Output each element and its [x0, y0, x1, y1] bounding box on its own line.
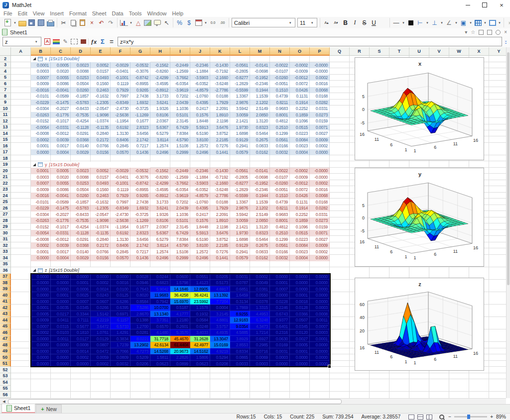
cell-x[interactable]: 0.0068	[310, 87, 330, 94]
cell-y[interactable]: -0.2449	[170, 168, 190, 174]
cell-y[interactable]: 0.0023	[290, 249, 310, 255]
bold-icon[interactable]: B	[341, 18, 350, 27]
cell-x[interactable]: -0.0260	[270, 75, 290, 81]
cell-y[interactable]: 0.0156	[91, 255, 111, 261]
cell-x[interactable]: 0.0009	[310, 137, 330, 143]
cell-x[interactable]: 0.0515	[290, 124, 310, 131]
cell-y[interactable]: -0.1135	[91, 230, 111, 236]
cell-x[interactable]: 1.1036	[170, 105, 190, 112]
cell-y[interactable]: 0.0561	[270, 242, 290, 249]
cell-z[interactable]: 0.0807	[91, 342, 111, 348]
print-icon[interactable]	[46, 18, 55, 27]
web-icon[interactable]	[496, 30, 501, 35]
cell-z[interactable]: 0.3134	[230, 299, 250, 305]
cell-x[interactable]: 0.2172	[91, 137, 111, 143]
increase-decimal-icon[interactable]: 0.0	[209, 18, 217, 27]
row-header-21[interactable]: 21	[0, 174, 11, 181]
cell-x[interactable]: 0.1944	[250, 87, 270, 94]
cell-x[interactable]: -0.1430	[210, 62, 230, 69]
row-header-56[interactable]: 56	[0, 392, 11, 398]
cell-y[interactable]: 0.1560	[91, 187, 111, 193]
cell-x[interactable]: 1.2574	[150, 143, 170, 149]
cell-y[interactable]: -0.8433	[71, 211, 91, 218]
cell-x[interactable]: -0.1135	[91, 124, 111, 131]
cell-x[interactable]: -0.8277	[230, 75, 250, 81]
cell-z[interactable]: 0.0630	[270, 336, 290, 342]
block-header-x[interactable]: x[15x15 Double]	[31, 56, 150, 62]
cell-y[interactable]: 0.0017	[51, 249, 71, 255]
cell-y[interactable]: 0.0002	[310, 249, 330, 255]
cell-z[interactable]: 0.0003	[270, 354, 290, 361]
row-header-39[interactable]: 39	[0, 286, 11, 293]
cell-z[interactable]: 0.0031	[230, 274, 250, 280]
cell-x[interactable]: 0.0273	[310, 112, 330, 118]
cell-x[interactable]: -0.0000	[310, 62, 330, 69]
cell-x[interactable]: 0.0005	[51, 62, 71, 69]
cell-y[interactable]: 0.0086	[51, 187, 71, 193]
cell-x[interactable]: 0.2840	[91, 130, 111, 137]
cell-z[interactable]: 1.5142	[91, 311, 111, 317]
cell-y[interactable]: 1.8910	[210, 217, 230, 224]
cell-z[interactable]: 0.6743	[270, 311, 290, 317]
chevron-down-icon[interactable]: ▾	[289, 21, 293, 25]
row-header-12[interactable]: 12	[0, 118, 11, 124]
cell-z[interactable]: 4.4935	[210, 329, 230, 336]
cell-y[interactable]: 2.8323	[130, 230, 150, 236]
cell-x[interactable]: 6.5279	[150, 130, 170, 137]
cell-z[interactable]: 0.0000	[290, 280, 310, 286]
cell-x[interactable]: -2.0547	[91, 105, 111, 112]
cell-z[interactable]: 0.0000	[71, 274, 91, 280]
cell-y[interactable]: 1.6932	[130, 205, 150, 211]
cell-y[interactable]: 6.7429	[170, 230, 190, 236]
cell-x[interactable]: 0.0291	[71, 130, 91, 137]
cell-x[interactable]: -0.1017	[51, 118, 71, 124]
cell-x[interactable]: -4.8579	[190, 87, 210, 94]
cell-y[interactable]: 0.2463	[91, 193, 111, 199]
cell-y[interactable]: 0.0188	[210, 199, 230, 206]
cell-x[interactable]: 0.0579	[230, 149, 250, 156]
cell-y[interactable]: -4.8579	[190, 193, 210, 199]
cell-x[interactable]: 0.4395	[190, 100, 210, 106]
cell-x[interactable]: 0.2675	[250, 137, 270, 143]
cell-z[interactable]: 0.0028	[130, 274, 150, 280]
menu-window[interactable]: Window	[147, 10, 166, 16]
cell-x[interactable]: 0.7929	[111, 87, 130, 94]
cell-y[interactable]: 5.5913	[190, 230, 210, 236]
cell-z[interactable]: 0.0009	[31, 317, 51, 323]
column-header-Q[interactable]: Q	[330, 47, 350, 56]
cell-z[interactable]: 1.6459	[230, 292, 250, 299]
merge-dropdown-icon[interactable]: ▾	[469, 18, 473, 27]
row-header-5[interactable]: 5	[0, 75, 11, 81]
row-header-11[interactable]: 11	[0, 112, 11, 118]
cell-x[interactable]: -3.6248	[210, 81, 230, 87]
cell-z[interactable]: 1.4291	[111, 329, 130, 336]
cell-y[interactable]: 0.2172	[91, 242, 111, 249]
cell-y[interactable]: -0.0532	[130, 168, 150, 174]
cell-z[interactable]: 13.1392	[210, 292, 230, 299]
new-sheet-icon[interactable]	[3, 18, 12, 27]
cell-x[interactable]: 0.0000	[310, 149, 330, 156]
cell-x[interactable]: 0.0766	[91, 143, 111, 149]
cell-y[interactable]: 0.0579	[230, 255, 250, 261]
row-header-3[interactable]: 3	[0, 62, 11, 69]
vertical-scrollbar-thumb[interactable]	[507, 52, 510, 285]
cell-y[interactable]: 0.1576	[190, 217, 210, 224]
cell-y[interactable]: 3.0059	[230, 217, 250, 224]
cell-x[interactable]: 0.5101	[170, 112, 190, 118]
date-format-icon[interactable]	[194, 18, 203, 27]
row-header-35[interactable]: 35	[0, 261, 11, 268]
cell-z[interactable]: 1.3315	[250, 305, 270, 311]
cell-x[interactable]: 0.1436	[130, 149, 150, 156]
cell-y[interactable]: -0.7192	[210, 174, 230, 181]
collapse-icon[interactable]	[33, 163, 36, 166]
row-header-34[interactable]: 34	[0, 255, 11, 261]
cell-z[interactable]: 4.6917	[210, 286, 230, 293]
cell-y[interactable]: -1.2305	[91, 205, 111, 211]
cell-y[interactable]: -0.2346	[250, 187, 270, 193]
cell-z[interactable]: 0.0000	[310, 348, 330, 355]
cell-z[interactable]: 0.0551	[190, 274, 210, 280]
cell-x[interactable]: 0.4739	[270, 93, 290, 100]
cell-y[interactable]: 0.0029	[71, 255, 91, 261]
cell-z[interactable]: 0.9377	[270, 317, 290, 323]
cell-x[interactable]: 0.0166	[270, 143, 290, 149]
